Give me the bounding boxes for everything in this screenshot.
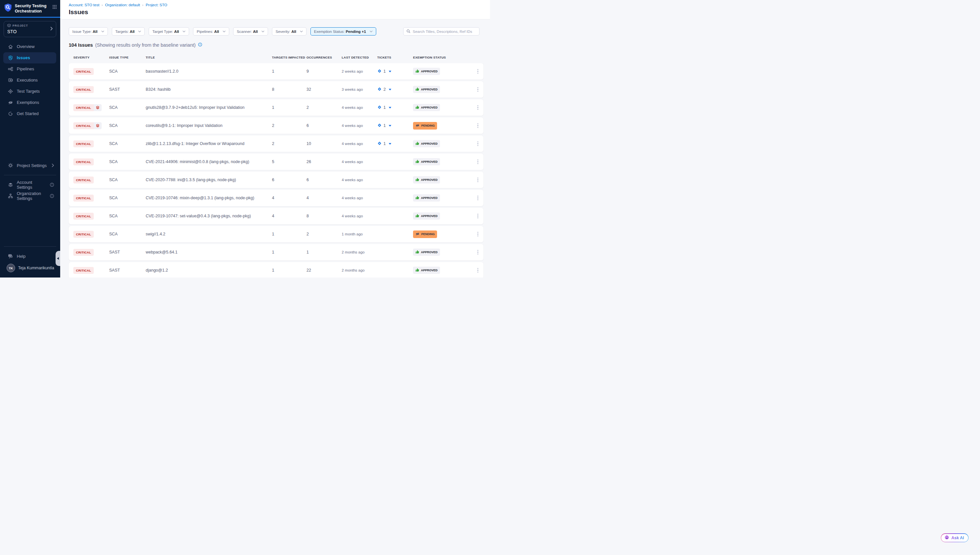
sidebar-item-exemptions[interactable]: Exemptions: [3, 97, 56, 108]
sidebar-item-account-settings[interactable]: Account Settings: [3, 179, 56, 190]
shield-search-icon: [8, 55, 13, 61]
issue-type-cell: SCA: [109, 214, 146, 218]
sidebar-item-project-settings[interactable]: Project Settings: [3, 160, 56, 171]
page-header: Account: STO test›Organization: default›…: [60, 0, 490, 19]
issue-row-8[interactable]: CRITICAL SCA CVE-2019-10747: set-value@0…: [69, 208, 483, 224]
sidebar-item-pipelines[interactable]: Pipelines: [3, 63, 56, 75]
column-header-last-detected: LAST DETECTED: [342, 56, 377, 59]
ticket-dropdown-caret[interactable]: [389, 125, 391, 127]
breadcrumb-link-2[interactable]: Project: STO: [146, 3, 167, 7]
row-menu-button[interactable]: [476, 86, 480, 93]
chevron-down-icon: [101, 30, 104, 32]
issue-row-1[interactable]: CRITICAL SAST B324: hashlib 8 32 3 weeks…: [69, 81, 483, 98]
targets-impacted-cell: 1: [272, 69, 306, 74]
target-icon: [8, 89, 13, 94]
issue-row-9[interactable]: CRITICAL SCA swig//1.4.2 1 2 1 month ago…: [69, 226, 483, 242]
issue-title[interactable]: swig//1.4.2: [146, 232, 272, 236]
row-menu-button[interactable]: [476, 140, 480, 148]
issue-type-cell: SAST: [109, 268, 146, 273]
exemption-status-cell: APPROVED: [413, 267, 472, 274]
pipelines-icon: [8, 66, 13, 72]
row-menu-button[interactable]: [476, 249, 480, 256]
content: Issue Type: AllTargets: AllTarget Type: …: [60, 19, 490, 278]
filter-targets[interactable]: Targets: All: [112, 27, 145, 35]
sidebar-item-label: Pipelines: [17, 66, 34, 71]
filter-exemption-status[interactable]: Exemption Status: Pending +1: [310, 27, 376, 35]
sidebar-item-label: Overview: [17, 44, 35, 49]
issue-title[interactable]: B324: hashlib: [146, 87, 272, 92]
user-menu[interactable]: TK Teja Kummarikuntla: [3, 262, 56, 274]
row-menu-button[interactable]: [476, 104, 480, 111]
row-menu-button[interactable]: [476, 158, 480, 166]
filter-issue-type[interactable]: Issue Type: All: [69, 27, 108, 35]
severity-badge: CRITICAL: [73, 176, 94, 183]
sidebar-item-issues[interactable]: Issues: [3, 52, 56, 63]
sidebar-item-help[interactable]: ? Help: [3, 250, 56, 262]
row-menu-button[interactable]: [476, 267, 480, 274]
last-detected-cell: 4 weeks ago: [342, 106, 377, 109]
issue-title[interactable]: coreutils@9.1-1: Improper Input Validati…: [146, 123, 272, 128]
search-input[interactable]: [413, 30, 476, 34]
ticket-dropdown-caret[interactable]: [389, 71, 391, 72]
project-selector[interactable]: PROJECT STO: [3, 21, 56, 37]
issue-row-10[interactable]: CRITICAL SAST webpack@5.64.1 1 1 2 month…: [69, 244, 483, 260]
row-menu-button[interactable]: [476, 212, 480, 220]
filter-target-type[interactable]: Target Type: All: [149, 27, 189, 35]
severity-badge: CRITICAL: [73, 267, 94, 274]
issue-row-2[interactable]: CRITICAL SCA gnutls28@3.7.9-2+deb12u5: I…: [69, 99, 483, 116]
issue-row-7[interactable]: CRITICAL SCA CVE-2019-10746: mixin-deep@…: [69, 190, 483, 206]
targets-impacted-cell: 1: [272, 268, 306, 273]
sidebar-item-test-targets[interactable]: Test Targets: [3, 86, 56, 97]
home-icon: [8, 44, 13, 49]
ticket-dropdown-caret[interactable]: [389, 107, 391, 109]
ticket-dropdown-caret[interactable]: [389, 89, 391, 90]
module-grid-icon[interactable]: [52, 5, 57, 11]
issue-title[interactable]: CVE-2021-44906: minimist@0.0.8 (lang-pkg…: [146, 159, 272, 164]
filter-scanner[interactable]: Scanner: All: [233, 27, 268, 35]
eye-off-icon: [415, 123, 420, 128]
issue-title[interactable]: django@1.2: [146, 268, 272, 273]
breadcrumb-link-0[interactable]: Account: STO test: [69, 3, 99, 7]
help-label: Help: [17, 254, 26, 259]
issue-title[interactable]: gnutls28@3.7.9-2+deb12u5: Improper Input…: [146, 105, 272, 110]
exemption-status-cell: APPROVED: [413, 68, 472, 75]
issue-row-5[interactable]: CRITICAL SCA CVE-2021-44906: minimist@0.…: [69, 154, 483, 170]
severity-badge: CRITICAL: [73, 122, 102, 129]
issue-title[interactable]: CVE-2019-10746: mixin-deep@1.3.1 (lang-p…: [146, 196, 272, 200]
issue-type-cell: SCA: [109, 232, 146, 236]
ticket-dropdown-caret[interactable]: [389, 143, 391, 145]
severity-cell: CRITICAL: [69, 213, 109, 220]
issue-title[interactable]: CVE-2019-10747: set-value@0.4.3 (lang-pk…: [146, 214, 272, 218]
breadcrumb-separator: ›: [143, 3, 143, 7]
issue-row-11[interactable]: CRITICAL SAST django@1.2 1 22 2 months a…: [69, 262, 483, 278]
ticket-count: 1: [383, 123, 386, 128]
issue-row-6[interactable]: CRITICAL SCA CVE-2020-7788: ini@1.3.5 (l…: [69, 172, 483, 188]
filter-severity[interactable]: Severity: All: [272, 27, 306, 35]
issue-count: 104 Issues: [69, 42, 93, 48]
filter-pipelines[interactable]: Pipelines: All: [193, 27, 229, 35]
issue-title[interactable]: zlib@1:1.2.13.dfsg-1: Integer Overflow o…: [146, 141, 272, 146]
info-icon[interactable]: [198, 42, 202, 48]
sidebar-item-get-started[interactable]: Get Started: [3, 108, 56, 119]
sidebar-collapse-handle[interactable]: [56, 251, 60, 266]
issue-row-3[interactable]: CRITICAL SCA coreutils@9.1-1: Improper I…: [69, 117, 483, 134]
issue-title[interactable]: CVE-2020-7788: ini@1.3.5 (lang-pkgs, nod…: [146, 178, 272, 182]
row-menu-button[interactable]: [476, 194, 480, 202]
row-menu-button[interactable]: [476, 176, 480, 184]
sidebar-item-organization-settings[interactable]: Organization Settings: [3, 190, 56, 202]
row-menu-button[interactable]: [476, 231, 480, 238]
row-menu-button[interactable]: [476, 68, 480, 75]
issue-title[interactable]: bassmaster//1.2.0: [146, 69, 272, 74]
issue-title[interactable]: webpack@5.64.1: [146, 250, 272, 255]
sidebar-item-overview[interactable]: Overview: [3, 41, 56, 52]
chevron-right-icon: [50, 26, 53, 32]
jira-icon: [377, 69, 382, 74]
issue-row-4[interactable]: CRITICAL SCA zlib@1:1.2.13.dfsg-1: Integ…: [69, 135, 483, 152]
breadcrumb-link-1[interactable]: Organization: default: [105, 3, 140, 7]
thumbs-up-icon: [415, 105, 419, 110]
row-menu-button[interactable]: [476, 122, 480, 130]
issue-row-0[interactable]: CRITICAL SCA bassmaster//1.2.0 1 9 2 wee…: [69, 63, 483, 80]
severity-cell: CRITICAL: [69, 195, 109, 202]
sidebar-item-executions[interactable]: Executions: [3, 75, 56, 86]
thumbs-up-icon: [415, 159, 419, 164]
